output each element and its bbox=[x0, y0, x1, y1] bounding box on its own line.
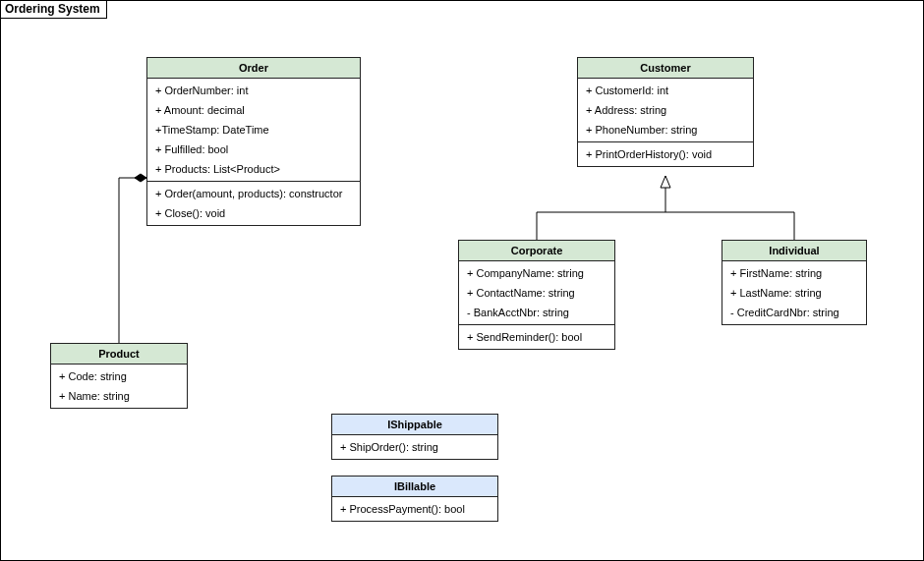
class-product: Product + Code: string + Name: string bbox=[50, 343, 188, 409]
frame-title: Ordering System bbox=[0, 0, 107, 19]
class-attributes: + Code: string + Name: string bbox=[51, 365, 187, 408]
attr: + Address: string bbox=[578, 100, 753, 120]
class-title: Order bbox=[147, 58, 360, 79]
attr: + CompanyName: string bbox=[459, 263, 614, 283]
class-title: Individual bbox=[722, 241, 866, 261]
op: + Close(): void bbox=[147, 203, 360, 223]
class-operations: + SendReminder(): bool bbox=[459, 324, 614, 349]
class-corporate: Corporate + CompanyName: string + Contac… bbox=[458, 240, 615, 350]
class-ishippable: IShippable + ShipOrder(): string bbox=[331, 414, 498, 460]
class-individual: Individual + FirstName: string + LastNam… bbox=[722, 240, 867, 325]
class-order: Order + OrderNumber: int + Amount: decim… bbox=[146, 57, 361, 226]
op: + Order(amount, products): constructor bbox=[147, 184, 360, 203]
class-title: IShippable bbox=[332, 415, 497, 435]
diagram-frame: Ordering System Order + OrderNumber: int… bbox=[0, 0, 924, 561]
attr: + ContactName: string bbox=[459, 283, 614, 303]
attr: + LastName: string bbox=[722, 283, 866, 303]
attr: + Amount: decimal bbox=[147, 100, 360, 120]
attr: - CreditCardNbr: string bbox=[722, 303, 866, 322]
class-operations: + ShipOrder(): string bbox=[332, 435, 497, 459]
class-operations: + ProcessPayment(): bool bbox=[332, 497, 497, 521]
class-attributes: + OrderNumber: int + Amount: decimal +Ti… bbox=[147, 79, 360, 181]
op: + SendReminder(): bool bbox=[459, 327, 614, 347]
attr: + Products: List<Product> bbox=[147, 159, 360, 179]
attr: + PhoneNumber: string bbox=[578, 120, 753, 140]
attr: +TimeStamp: DateTime bbox=[147, 120, 360, 140]
op: + ProcessPayment(): bool bbox=[332, 499, 497, 519]
class-title: Corporate bbox=[459, 241, 614, 261]
class-operations: + Order(amount, products): constructor +… bbox=[147, 181, 360, 225]
attr: + Name: string bbox=[51, 386, 187, 406]
class-attributes: + CompanyName: string + ContactName: str… bbox=[459, 261, 614, 324]
op: + PrintOrderHistory(): void bbox=[578, 144, 753, 164]
attr: + Code: string bbox=[51, 366, 187, 386]
class-ibillable: IBillable + ProcessPayment(): bool bbox=[331, 476, 498, 522]
class-title: Product bbox=[51, 344, 187, 365]
attr: + Fulfilled: bool bbox=[147, 140, 360, 159]
class-attributes: + FirstName: string + LastName: string -… bbox=[722, 261, 866, 324]
attr: + OrderNumber: int bbox=[147, 81, 360, 100]
attr: + FirstName: string bbox=[722, 263, 866, 283]
class-operations: + PrintOrderHistory(): void bbox=[578, 141, 753, 166]
op: + ShipOrder(): string bbox=[332, 437, 497, 457]
attr: + CustomerId: int bbox=[578, 81, 753, 100]
class-customer: Customer + CustomerId: int + Address: st… bbox=[577, 57, 754, 167]
class-title: Customer bbox=[578, 58, 753, 79]
class-attributes: + CustomerId: int + Address: string + Ph… bbox=[578, 79, 753, 141]
class-title: IBillable bbox=[332, 477, 497, 497]
attr: - BankAcctNbr: string bbox=[459, 303, 614, 322]
